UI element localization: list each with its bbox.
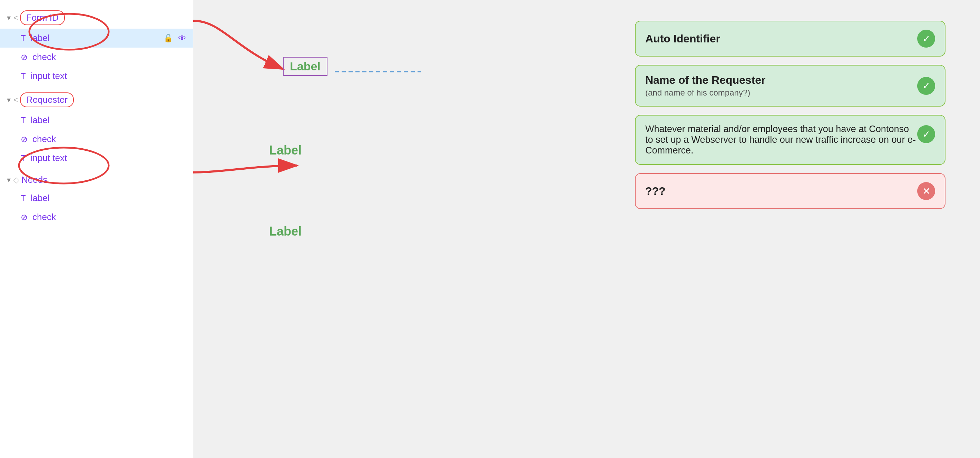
field-unknown-text: ??? bbox=[645, 185, 917, 198]
label-child-item-2[interactable]: T label bbox=[0, 111, 193, 130]
field-requester-name-subtitle: (and name of his company?) bbox=[645, 88, 917, 98]
input-text-child-text-2: input text bbox=[31, 153, 67, 163]
check-child-item-2[interactable]: ⊘ check bbox=[0, 130, 193, 149]
form-id-label[interactable]: Form ID bbox=[20, 10, 65, 25]
text-input-icon: T bbox=[21, 71, 26, 81]
text-icon-2: T bbox=[21, 116, 26, 125]
field-unknown-title: ??? bbox=[645, 185, 917, 198]
check-child-text: check bbox=[32, 52, 56, 62]
check-circle-icon-2: ⊘ bbox=[21, 135, 28, 144]
label-annotation-1: Label bbox=[283, 57, 328, 76]
field-auto-identifier-text: Auto Identifier bbox=[645, 32, 917, 45]
field-unknown: ??? ✕ bbox=[635, 173, 945, 209]
needs-group[interactable]: ▾ ◇ Needs bbox=[0, 171, 193, 189]
input-text-child-text: input text bbox=[31, 71, 67, 81]
label-annotation-3-text: Label bbox=[269, 224, 302, 238]
expand-arrow: ▾ bbox=[7, 13, 11, 22]
form-id-group[interactable]: ▾ < Form ID bbox=[0, 7, 193, 29]
check-circle-icon: ⊘ bbox=[21, 52, 28, 62]
right-panel: Label Label Label Auto Identifier ✓ Name… bbox=[193, 0, 980, 458]
eye-icon[interactable]: 👁 bbox=[178, 34, 186, 43]
field-requester-name-text: Name of the Requester (and name of his c… bbox=[645, 74, 917, 98]
check-child-text-3: check bbox=[32, 212, 56, 222]
label-child-item-3[interactable]: T label bbox=[0, 189, 193, 208]
check-child-item[interactable]: ⊘ check bbox=[0, 48, 193, 67]
requester-group[interactable]: ▾ < Requester bbox=[0, 89, 193, 111]
field-whatever-material: Whatever material and/or employees that … bbox=[635, 115, 945, 165]
label-annotation-2-text: Label bbox=[269, 143, 302, 157]
label-child-item[interactable]: T label 🔓 👁 bbox=[0, 29, 193, 48]
field-whatever-material-title: Whatever material and/or employees that … bbox=[645, 124, 917, 156]
toolbar-icons: 🔓 👁 bbox=[164, 34, 186, 43]
needs-label[interactable]: Needs bbox=[21, 174, 47, 185]
input-text-child-item-2[interactable]: T input text bbox=[0, 149, 193, 168]
left-tree-panel: ▾ < Form ID T label 🔓 👁 ⊘ check T input … bbox=[0, 0, 193, 458]
label-child-text-3: label bbox=[31, 193, 50, 203]
expand-arrow-3: ▾ bbox=[7, 176, 11, 184]
input-text-child-item[interactable]: T input text bbox=[0, 67, 193, 86]
text-icon-3: T bbox=[21, 193, 26, 203]
x-icon-1: ✕ bbox=[917, 182, 935, 200]
label-child-text-2: label bbox=[31, 115, 50, 125]
field-auto-identifier-title: Auto Identifier bbox=[645, 32, 917, 45]
requester-label[interactable]: Requester bbox=[20, 92, 74, 107]
lock-icon[interactable]: 🔓 bbox=[164, 34, 173, 43]
check-child-item-3[interactable]: ⊘ check bbox=[0, 208, 193, 227]
angle-bracket-2: < bbox=[13, 95, 18, 105]
label-annotation-2: Label bbox=[269, 143, 302, 158]
check-icon-2: ✓ bbox=[917, 77, 935, 95]
field-auto-identifier: Auto Identifier ✓ bbox=[635, 21, 945, 57]
field-requester-name: Name of the Requester (and name of his c… bbox=[635, 65, 945, 106]
check-icon-3: ✓ bbox=[917, 125, 935, 143]
check-circle-icon-3: ⊘ bbox=[21, 212, 28, 222]
text-input-icon-2: T bbox=[21, 154, 26, 163]
label-annotation-1-text: Label bbox=[290, 60, 321, 73]
fields-container: Auto Identifier ✓ Name of the Requester … bbox=[635, 21, 945, 209]
check-child-text-2: check bbox=[32, 134, 56, 144]
expand-arrow-2: ▾ bbox=[7, 95, 11, 105]
angle-bracket: < bbox=[13, 13, 18, 22]
diamond-bracket: ◇ bbox=[13, 176, 19, 184]
check-icon-1: ✓ bbox=[917, 30, 935, 48]
label-child-text: label bbox=[31, 33, 50, 43]
text-icon: T bbox=[21, 33, 26, 43]
field-requester-name-title: Name of the Requester bbox=[645, 74, 917, 87]
label-annotation-3: Label bbox=[269, 224, 302, 239]
field-whatever-material-text: Whatever material and/or employees that … bbox=[645, 124, 917, 156]
